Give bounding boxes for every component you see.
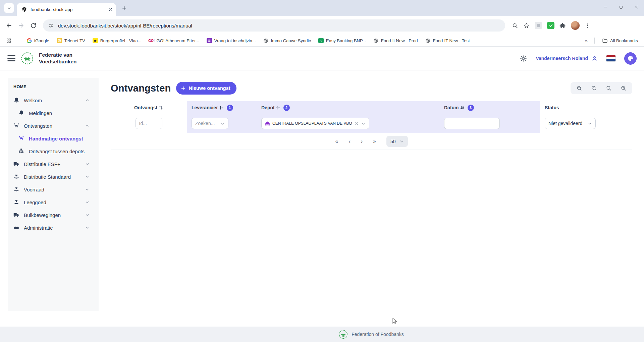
bookmark-item[interactable]: Food-IT New - Test bbox=[425, 38, 470, 43]
language-flag-nl[interactable] bbox=[606, 55, 615, 61]
back-icon[interactable] bbox=[5, 21, 13, 30]
page-size-select[interactable]: 50 bbox=[386, 136, 408, 147]
sort-asc-icon[interactable] bbox=[219, 105, 224, 110]
sidebar-item-distributie-standaard[interactable]: Distributie Standaard bbox=[8, 170, 99, 183]
address-bar[interactable]: dev.stock.foodbanksit.be/stock/app/nl-BE… bbox=[43, 19, 505, 32]
extension-check-icon[interactable] bbox=[547, 22, 554, 29]
depot-filter-select[interactable]: CENTRALE OPSLAGPLAATS VAN DE VBO bbox=[261, 118, 369, 129]
sidebar-item-distributie-esf[interactable]: Distributie ESF+ bbox=[8, 158, 99, 170]
site-settings-icon[interactable] bbox=[48, 23, 54, 28]
zoom-out-icon[interactable] bbox=[591, 85, 597, 91]
bookmark-item[interactable]: GO! GO! Atheneum Etter... bbox=[149, 38, 199, 43]
sidebar-item-label: Leeggoed bbox=[24, 199, 46, 205]
id-filter-input[interactable] bbox=[136, 118, 162, 129]
app-header: Federatie van Voedselbanken Vandermeersc… bbox=[0, 47, 644, 70]
new-tab-button[interactable] bbox=[119, 3, 129, 13]
pagination-prev-button[interactable]: ‹ bbox=[348, 138, 350, 145]
bookmarks-overflow-icon[interactable]: » bbox=[585, 38, 587, 44]
user-menu[interactable]: Vandermeersch Roland bbox=[536, 55, 598, 62]
sort-desc-icon[interactable] bbox=[460, 105, 465, 110]
zoom-in-icon[interactable] bbox=[621, 85, 627, 91]
sort-both-icon[interactable] bbox=[158, 105, 163, 110]
sidebar-item-label: Distributie Standaard bbox=[24, 174, 71, 180]
sitemap-icon bbox=[18, 148, 24, 154]
sidebar-item-administratie[interactable]: Administratie bbox=[8, 221, 99, 234]
all-bookmarks-button[interactable]: All Bookmarks bbox=[602, 38, 638, 44]
column-header-ontvangst[interactable]: Ontvangst bbox=[111, 101, 187, 114]
receptions-table: Ontvangst Leverancier 1 Depot 2 Datum 3 bbox=[111, 101, 632, 150]
column-header-depot[interactable]: Depot 2 bbox=[257, 101, 439, 114]
globe-icon bbox=[263, 38, 269, 43]
apps-grid-icon[interactable] bbox=[6, 38, 11, 43]
chevron-down-icon bbox=[7, 6, 11, 10]
pagination-next-button[interactable]: › bbox=[361, 138, 363, 145]
minimize-button[interactable] bbox=[598, 0, 613, 14]
pagination-first-button[interactable]: « bbox=[335, 138, 338, 145]
extensions-puzzle-icon[interactable] bbox=[559, 22, 566, 29]
sidebar-item-voorraad[interactable]: Voorraad bbox=[8, 183, 99, 196]
toolbox-icon bbox=[13, 225, 19, 231]
profile-avatar[interactable] bbox=[571, 21, 580, 30]
sort-order-badge: 2 bbox=[283, 105, 290, 111]
theme-sun-icon[interactable] bbox=[520, 55, 527, 62]
tab-search-button[interactable] bbox=[4, 3, 14, 13]
hamburger-menu-icon[interactable] bbox=[7, 55, 15, 61]
person-icon bbox=[591, 55, 598, 62]
column-header-leverancier[interactable]: Leverancier 1 bbox=[187, 101, 257, 114]
sidebar-item-ontvangst-tussen-depots[interactable]: Ontvangst tussen depots bbox=[8, 145, 99, 158]
carry-icon bbox=[13, 123, 19, 129]
close-window-button[interactable] bbox=[629, 0, 644, 14]
browser-menu-icon[interactable] bbox=[585, 23, 590, 28]
sidebar-item-label: Administratie bbox=[24, 225, 53, 231]
new-reception-button[interactable]: Nieuwe ontvangst bbox=[176, 82, 236, 95]
bookmark-label: Food-It New - Prod bbox=[381, 38, 418, 43]
forward-icon[interactable] bbox=[17, 21, 25, 30]
bookmark-item[interactable]: iGoogle bbox=[26, 38, 49, 43]
sidebar-item-ontvangsten[interactable]: Ontvangsten bbox=[8, 119, 99, 132]
bookmark-item[interactable]: Easy Banking BNP... bbox=[318, 38, 366, 43]
bookmark-label: Vraag tot inschrijvin... bbox=[214, 38, 256, 43]
browser-tab[interactable]: foodbanks-stock-app bbox=[17, 3, 116, 16]
bookmark-item[interactable]: Telenet TV bbox=[57, 38, 85, 43]
bookmark-star-icon[interactable] bbox=[523, 22, 530, 29]
clear-filter-icon[interactable] bbox=[355, 121, 359, 126]
column-header-status[interactable]: Status bbox=[540, 101, 632, 114]
maximize-button[interactable] bbox=[613, 0, 629, 14]
zoom-indicator-icon[interactable] bbox=[512, 22, 518, 29]
sidebar-item-label: Meldingen bbox=[29, 110, 52, 116]
chevron-down-icon bbox=[588, 121, 592, 126]
status-filter-select[interactable]: Niet gevalideerd bbox=[545, 118, 596, 129]
zoom-out-icon[interactable] bbox=[576, 85, 582, 91]
bookmark-item[interactable]: Food-It New - Prod bbox=[373, 38, 418, 43]
bookmark-item[interactable]: Vraag tot inschrijvin... bbox=[207, 38, 256, 43]
sidebar-item-meldingen[interactable]: Meldingen bbox=[8, 107, 99, 119]
sort-asc-icon[interactable] bbox=[276, 105, 281, 110]
extension-icon-grey[interactable] bbox=[535, 22, 542, 29]
bookmark-label: Immo Cauwe Syndic bbox=[271, 38, 311, 43]
google-icon bbox=[26, 38, 32, 43]
chevron-down-icon bbox=[85, 162, 89, 166]
leverancier-filter-select[interactable]: Zoeken... bbox=[192, 118, 228, 129]
search-icon[interactable] bbox=[606, 85, 612, 91]
sidebar-item-welkom[interactable]: Welkom bbox=[8, 94, 99, 107]
sidebar-item-bulkbewegingen[interactable]: Bulkbewegingen bbox=[8, 209, 99, 221]
pagination-last-button[interactable]: » bbox=[373, 138, 376, 145]
truck-icon bbox=[13, 212, 19, 218]
reload-icon[interactable] bbox=[29, 21, 38, 30]
chevron-down-icon bbox=[220, 121, 225, 126]
tab-close-icon[interactable] bbox=[109, 7, 113, 11]
sidebar-item-label: Bulkbewegingen bbox=[24, 212, 61, 218]
column-header-datum[interactable]: Datum 3 bbox=[439, 101, 540, 114]
sidebar-item-handmatige-ontvangst[interactable]: Handmatige ontvangst bbox=[8, 132, 99, 145]
datum-filter-input[interactable] bbox=[444, 118, 500, 129]
browser-tab-strip: foodbanks-stock-app bbox=[0, 0, 644, 16]
sidebar-item-label: Distributie ESF+ bbox=[24, 161, 60, 167]
sidebar-section-label: HOME bbox=[8, 82, 99, 94]
sidebar-item-leeggoed[interactable]: Leeggoed bbox=[8, 196, 99, 209]
foodbanks-logo bbox=[21, 52, 34, 65]
chevron-down-icon bbox=[85, 213, 89, 217]
bookmarks-bar: iGoogle Telenet TV Burgerprofiel - Vlaa.… bbox=[0, 35, 644, 47]
bookmark-item[interactable]: Immo Cauwe Syndic bbox=[263, 38, 311, 43]
bookmark-item[interactable]: Burgerprofiel - Vlaa... bbox=[93, 38, 142, 43]
theme-palette-button[interactable] bbox=[624, 52, 637, 65]
